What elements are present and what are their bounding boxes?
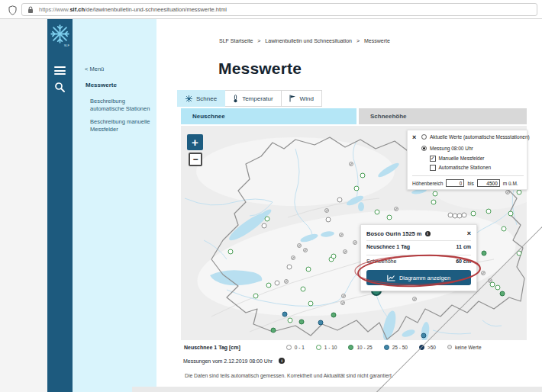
station-dot[interactable] <box>471 211 476 217</box>
station-dot[interactable] <box>343 249 347 254</box>
legend-item-label: 25 - 50 <box>392 345 408 350</box>
tab-bar: Schnee Temperatur Wind <box>177 90 322 107</box>
station-dot[interactable] <box>462 213 467 218</box>
station-dot[interactable] <box>482 251 487 256</box>
station-dot[interactable] <box>324 208 329 213</box>
station-dot[interactable] <box>433 191 438 197</box>
station-dot[interactable] <box>288 318 293 323</box>
legend-dot-icon <box>348 345 353 350</box>
breadcrumb-lawinenbulletin[interactable]: Lawinenbulletin und Schneesituation <box>265 38 352 43</box>
breadcrumb-messwerte[interactable]: Messwerte <box>364 38 390 43</box>
subtab-schneehoehe[interactable]: Schneehöhe <box>359 108 527 124</box>
station-dot[interactable] <box>375 210 380 215</box>
checkbox-automatische-stationen[interactable] <box>430 165 436 171</box>
station-dot[interactable] <box>508 211 514 217</box>
station-dot[interactable] <box>431 200 437 205</box>
url-bar[interactable]: https://www.slf.ch/de/lawinenbulletin-un… <box>21 3 537 16</box>
legend-title: Neuschnee 1 Tag [cm] <box>184 345 240 350</box>
sidebar-menu-back[interactable]: < Menü <box>85 66 104 72</box>
station-dot[interactable] <box>262 223 267 229</box>
sidebar-item-beschreibung-manuelle-messfelder[interactable]: Beschreibung manuelle Messfelder <box>90 118 151 133</box>
legend-item-label: >50 <box>427 345 436 350</box>
legend-item: 1 - 10 <box>316 345 337 350</box>
station-dot[interactable] <box>486 209 492 214</box>
legend-dot-icon <box>316 345 321 350</box>
radio-aktuelle-werte[interactable] <box>421 134 427 140</box>
station-dot[interactable] <box>291 255 295 260</box>
info-icon[interactable]: i <box>279 358 285 364</box>
station-dot[interactable] <box>265 217 270 222</box>
shield-icon[interactable] <box>8 5 17 18</box>
station-dot[interactable] <box>354 186 360 191</box>
checkbox-manuelle-messfelder[interactable]: ✓ <box>430 156 436 162</box>
station-dot[interactable] <box>287 265 292 270</box>
tab-wind[interactable]: Wind <box>282 90 322 107</box>
legend-item: 0 - 1 <box>286 345 305 350</box>
station-dot[interactable] <box>412 297 417 301</box>
bis-label: bis <box>467 181 473 186</box>
station-dot[interactable] <box>339 233 344 237</box>
slf-logo-text: SLF <box>64 43 69 47</box>
hamburger-menu-icon[interactable] <box>54 66 66 75</box>
zoom-in-button[interactable]: + <box>187 134 203 150</box>
tab-temperatur[interactable]: Temperatur <box>225 90 281 107</box>
station-dot[interactable] <box>282 312 288 317</box>
popup-row-schneehoehe: Schneehöhe 60 cm <box>366 255 471 266</box>
station-dot[interactable] <box>353 240 357 245</box>
slf-logo-snowflake-icon[interactable]: SLF <box>50 24 70 47</box>
station-dot[interactable] <box>505 190 510 194</box>
popup-station-title: Bosco Gurin 1525 m <box>366 230 422 237</box>
checkbox-automatische-stationen-label: Automatische Stationen <box>439 165 492 170</box>
station-dot[interactable] <box>360 173 366 178</box>
station-dot[interactable] <box>228 249 234 255</box>
station-dot[interactable] <box>340 300 345 305</box>
legend-dot-icon <box>286 345 292 350</box>
station-dot[interactable] <box>387 215 392 220</box>
radio-messung-0800[interactable] <box>421 146 427 151</box>
station-dot[interactable] <box>421 333 427 339</box>
tab-schnee[interactable]: Schnee <box>177 90 225 107</box>
subtab-neuschnee[interactable]: Neuschnee <box>181 108 356 124</box>
station-dot[interactable] <box>331 254 337 259</box>
station-dot[interactable] <box>517 190 522 195</box>
station-dot[interactable] <box>490 282 495 288</box>
station-dot[interactable] <box>303 248 308 252</box>
station-dot[interactable] <box>495 285 501 291</box>
station-dot[interactable] <box>253 294 259 299</box>
station-dot[interactable] <box>341 294 346 298</box>
sidebar-item-beschreibung-automatische-stationen[interactable]: Beschreibung automatische Stationen <box>90 98 151 113</box>
altitude-from-input[interactable] <box>446 179 464 187</box>
sidebar-title-messwerte[interactable]: Messwerte <box>85 82 117 88</box>
station-dot[interactable] <box>275 281 280 286</box>
station-dot[interactable] <box>318 320 324 326</box>
page-left-margin <box>0 19 47 392</box>
zoom-out-button[interactable]: − <box>189 153 202 166</box>
slf-messwerte-page: https://www.slf.ch/de/lawinenbulletin-un… <box>0 0 542 392</box>
station-dot[interactable] <box>299 320 305 325</box>
station-dot[interactable] <box>500 291 505 297</box>
station-dot[interactable] <box>481 271 486 275</box>
info-icon[interactable]: i <box>425 231 431 236</box>
page-title: Messwerte <box>218 59 302 78</box>
station-dot[interactable] <box>394 207 398 211</box>
station-dot[interactable] <box>266 283 272 288</box>
station-dot[interactable] <box>337 198 343 203</box>
diagramm-anzeigen-button[interactable]: Diagramm anzeigen <box>366 270 471 285</box>
breadcrumb-slf-startseite[interactable]: SLF Startseite <box>219 38 253 43</box>
station-dot[interactable] <box>297 243 302 248</box>
station-dot[interactable] <box>326 217 331 223</box>
altitude-to-input[interactable] <box>477 179 500 187</box>
legend-item-label: keine Werte <box>455 345 482 350</box>
station-dot[interactable] <box>331 313 337 318</box>
station-dot[interactable] <box>301 287 306 292</box>
panel-close-icon[interactable]: × <box>412 133 416 141</box>
station-dot[interactable] <box>306 267 311 272</box>
search-icon[interactable] <box>54 82 66 93</box>
station-dot[interactable] <box>271 328 276 333</box>
popup-close-icon[interactable]: × <box>467 230 471 237</box>
legend-item-label: 10 - 25 <box>356 345 372 350</box>
station-dot[interactable] <box>308 301 314 307</box>
station-dot[interactable] <box>284 279 289 284</box>
station-dot[interactable] <box>349 162 353 166</box>
station-dot[interactable] <box>502 227 507 232</box>
